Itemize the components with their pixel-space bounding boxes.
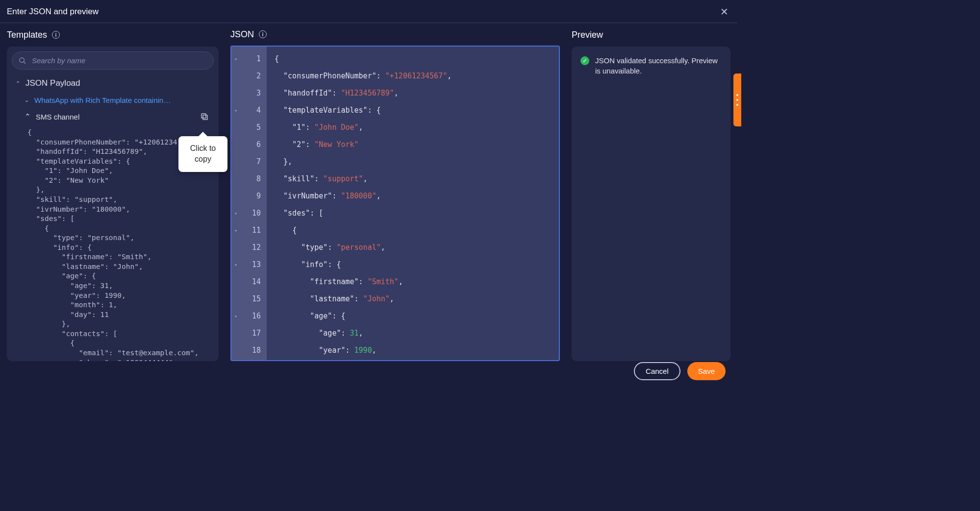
- search-input[interactable]: [12, 51, 214, 70]
- templates-panel: ⌃ JSON Payload ⌄ WhatsApp with Rich Temp…: [7, 47, 219, 361]
- tree-item-label: SMS channel: [36, 113, 79, 121]
- gutter-line: 15: [231, 291, 267, 308]
- copy-tooltip: Click to copy: [178, 136, 227, 172]
- gutter-line: 17: [231, 325, 267, 342]
- code-line[interactable]: "info": {: [275, 256, 559, 273]
- check-circle-icon: ✓: [580, 56, 589, 65]
- tree-item-whatsapp[interactable]: ⌄ WhatsApp with Rich Template containin…: [10, 92, 216, 108]
- preview-panel: ✓ JSON validated successfully. Preview i…: [572, 47, 730, 361]
- code-line[interactable]: "lastname": "John",: [275, 291, 559, 308]
- chevron-down-icon: ⌄: [25, 97, 29, 103]
- code-line[interactable]: "templateVariables": {: [275, 102, 559, 119]
- gutter-line: 6: [231, 136, 267, 153]
- gutter-line: 8: [231, 170, 267, 188]
- code-line[interactable]: "age": {: [275, 308, 559, 325]
- gutter-line: 3: [231, 85, 267, 102]
- cancel-button[interactable]: Cancel: [634, 362, 680, 380]
- gutter-line: 16▾: [231, 308, 267, 325]
- code-line[interactable]: "sdes": [: [275, 205, 559, 222]
- fold-icon[interactable]: ▾: [234, 256, 237, 273]
- copy-icon[interactable]: [200, 112, 209, 121]
- fold-icon[interactable]: ▾: [234, 205, 237, 222]
- code-line[interactable]: {: [275, 222, 559, 239]
- gutter-line: 14: [231, 273, 267, 291]
- code-line[interactable]: "type": "personal",: [275, 239, 559, 256]
- gutter-line: 10▾: [231, 205, 267, 222]
- gutter-line: 9: [231, 188, 267, 205]
- gutter-line: 7: [231, 153, 267, 170]
- svg-line-1: [24, 62, 25, 64]
- fold-icon[interactable]: ▾: [234, 222, 237, 239]
- chevron-up-icon: ⌃: [16, 80, 21, 87]
- fold-icon[interactable]: ▾: [234, 50, 237, 68]
- save-button[interactable]: Save: [687, 362, 726, 380]
- code-line[interactable]: "firstname": "Smith",: [275, 273, 559, 291]
- json-editor[interactable]: 1▾234▾5678910▾11▾1213▾141516▾1718 { "con…: [230, 46, 560, 361]
- info-icon[interactable]: i: [52, 31, 60, 39]
- code-line[interactable]: {: [275, 50, 559, 68]
- svg-rect-2: [203, 115, 207, 120]
- modal-title: Enter JSON and preview: [7, 7, 99, 17]
- code-line[interactable]: "handoffId": "H123456789",: [275, 85, 559, 102]
- tree-group-label: JSON Payload: [25, 78, 80, 88]
- gutter-line: 12: [231, 239, 267, 256]
- close-icon[interactable]: ✕: [718, 7, 730, 17]
- gutter-line: 4▾: [231, 102, 267, 119]
- fold-icon[interactable]: ▾: [234, 308, 237, 325]
- code-line[interactable]: "ivrNumber": "180000",: [275, 188, 559, 205]
- gutter-line: 11▾: [231, 222, 267, 239]
- svg-rect-3: [201, 114, 206, 118]
- gutter-line: 5: [231, 119, 267, 136]
- code-line[interactable]: },: [275, 153, 559, 170]
- svg-point-0: [20, 58, 24, 62]
- templates-heading: Templates: [7, 30, 47, 40]
- side-drawer-handle[interactable]: [733, 73, 741, 126]
- search-icon: [19, 57, 26, 65]
- code-line[interactable]: "age": 31,: [275, 325, 559, 342]
- json-heading: JSON: [230, 29, 254, 40]
- code-line[interactable]: "skill": "support",: [275, 170, 559, 188]
- chevron-up-icon: ⌃: [25, 112, 31, 121]
- gutter-line: 1▾: [231, 50, 267, 68]
- tree-group-json-payload[interactable]: ⌃ JSON Payload: [10, 74, 216, 92]
- fold-icon[interactable]: ▾: [234, 102, 237, 119]
- code-line[interactable]: "2": "New York": [275, 136, 559, 153]
- info-icon[interactable]: i: [259, 30, 267, 38]
- preview-message: JSON validated successfully. Preview is …: [595, 55, 722, 76]
- tree-item-sms[interactable]: ⌃ SMS channel: [10, 108, 216, 125]
- gutter-line: 2: [231, 68, 267, 85]
- tree-item-label: WhatsApp with Rich Template containin…: [34, 96, 171, 104]
- code-line[interactable]: "consumerPhoneNumber": "+12061234567",: [275, 68, 559, 85]
- code-line[interactable]: "1": "John Doe",: [275, 119, 559, 136]
- gutter-line: 13▾: [231, 256, 267, 273]
- preview-heading: Preview: [572, 30, 603, 40]
